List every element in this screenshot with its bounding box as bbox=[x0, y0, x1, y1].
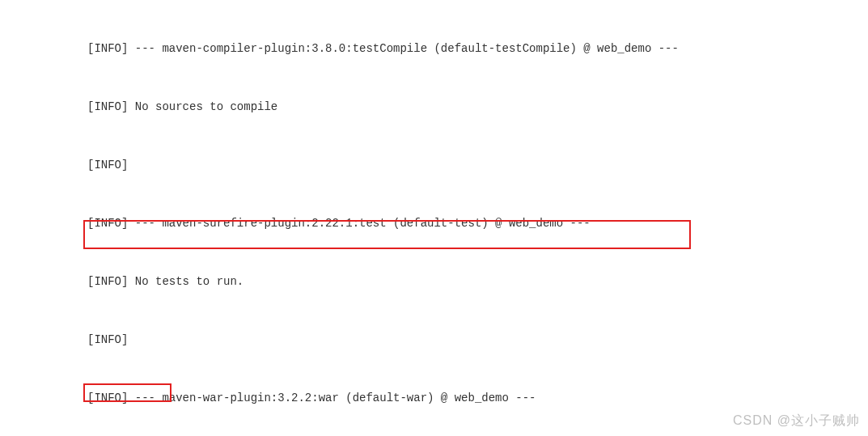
log-line: [INFO] --- maven-surefire-plugin:2.22.1:… bbox=[87, 214, 868, 233]
log-line: [INFO] bbox=[87, 155, 868, 175]
log-line: [INFO] --- maven-war-plugin:3.2.2:war (d… bbox=[87, 388, 868, 408]
log-line: [INFO] No tests to run. bbox=[87, 272, 868, 291]
watermark-text: CSDN @这小子贼帅 bbox=[733, 413, 860, 430]
log-line: [INFO] --- maven-compiler-plugin:3.8.0:t… bbox=[87, 39, 868, 58]
console-log-output: [INFO] --- maven-compiler-plugin:3.8.0:t… bbox=[0, 0, 868, 436]
log-line: [INFO] bbox=[87, 330, 868, 349]
log-line: [INFO] No sources to compile bbox=[87, 97, 868, 116]
